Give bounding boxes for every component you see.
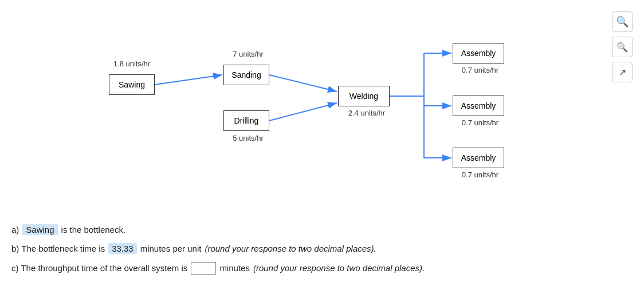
zoom-in-icon: 🔍 bbox=[616, 15, 629, 28]
answer-c-input[interactable] bbox=[191, 262, 216, 275]
svg-line-1 bbox=[155, 75, 222, 85]
answer-a-row: a) Sawing is the bottleneck. bbox=[11, 224, 610, 235]
answer-b-suffix: minutes per unit bbox=[140, 244, 202, 253]
zoom-out-button[interactable]: 🔍 bbox=[612, 37, 633, 57]
answer-c-suffix: minutes bbox=[219, 263, 250, 273]
sawing-node: Sawing bbox=[109, 74, 155, 95]
assembly1-node: Assembly bbox=[453, 43, 504, 63]
export-button[interactable]: ↗ bbox=[612, 62, 633, 82]
assembly2-rate-label: 0.7 units/hr bbox=[446, 118, 515, 127]
answer-b-value: 33.33 bbox=[108, 243, 137, 254]
answer-a-bottleneck: Sawing bbox=[22, 224, 57, 235]
answer-a-suffix: is the bottleneck. bbox=[61, 225, 126, 235]
toolbar: 🔍 🔍 ↗ bbox=[612, 11, 633, 82]
zoom-in-button[interactable]: 🔍 bbox=[612, 11, 633, 32]
zoom-out-icon: 🔍 bbox=[616, 42, 628, 53]
answers-area: a) Sawing is the bottleneck. b) The bott… bbox=[11, 224, 610, 283]
diagram-area: Sawing 1.8 units/hr Sanding 7 units/hr D… bbox=[34, 11, 579, 206]
welding-rate-label: 2.4 units/hr bbox=[332, 109, 401, 117]
answer-c-italic: (round your response to two decimal plac… bbox=[253, 263, 425, 273]
answer-b-row: b) The bottleneck time is 33.33 minutes … bbox=[11, 243, 610, 254]
sawing-rate-label: 1.8 units/hr bbox=[100, 59, 163, 68]
drilling-rate-label: 5 units/hr bbox=[217, 134, 280, 142]
svg-line-3 bbox=[269, 103, 337, 121]
drilling-node: Drilling bbox=[223, 110, 269, 131]
export-icon: ↗ bbox=[619, 67, 626, 78]
svg-line-2 bbox=[269, 75, 337, 92]
sanding-node: Sanding bbox=[223, 65, 269, 85]
answer-b-italic: (round your response to two decimal plac… bbox=[205, 244, 376, 253]
answer-c-prefix: c) The throughput time of the overall sy… bbox=[11, 263, 187, 273]
assembly3-rate-label: 0.7 units/hr bbox=[446, 170, 515, 179]
answer-a-prefix: a) bbox=[11, 225, 19, 235]
welding-node: Welding bbox=[338, 86, 390, 106]
assembly2-node: Assembly bbox=[453, 96, 504, 116]
assembly3-node: Assembly bbox=[453, 148, 504, 168]
sanding-rate-label: 7 units/hr bbox=[217, 50, 280, 58]
answer-b-prefix: b) The bottleneck time is bbox=[11, 244, 105, 253]
answer-c-row: c) The throughput time of the overall sy… bbox=[11, 262, 610, 275]
assembly1-rate-label: 0.7 units/hr bbox=[446, 66, 515, 74]
